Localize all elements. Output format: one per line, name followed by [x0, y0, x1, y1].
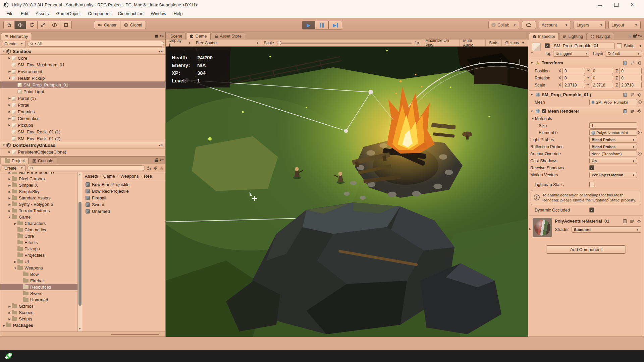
project-folder-item[interactable]: ▶Synty - Polygon S: [0, 201, 77, 207]
foldout-icon[interactable]: ▶: [7, 97, 12, 100]
asset-file-item[interactable]: Fireball: [82, 194, 165, 201]
stats-button[interactable]: Stats: [485, 40, 501, 46]
preset-icon[interactable]: [630, 61, 635, 65]
object-picker-icon[interactable]: [638, 152, 642, 156]
pause-button[interactable]: [315, 21, 329, 29]
gear-icon[interactable]: [637, 109, 642, 114]
static-checkbox[interactable]: [617, 43, 622, 48]
project-folder-item[interactable]: ▶Packages: [0, 322, 77, 328]
scale-slider[interactable]: [277, 43, 412, 44]
breadcrumb-item[interactable]: Assets: [85, 174, 98, 179]
mesh-object-field[interactable]: SM_Prop_Pumpkir: [589, 99, 642, 105]
foldout-icon[interactable]: ▶: [7, 150, 12, 154]
rotation-y-field[interactable]: 0: [591, 75, 613, 81]
object-name-field[interactable]: SM_Prop_Pumpkin_01: [552, 43, 615, 49]
foldout-icon[interactable]: ▼: [530, 110, 534, 113]
tab-project[interactable]: Project: [1, 157, 29, 164]
hierarchy-item[interactable]: ▶Portal (1): [0, 95, 165, 102]
project-folder-item[interactable]: ▶SimpleSky: [0, 188, 77, 195]
project-folder-item[interactable]: Resources: [0, 284, 77, 290]
tab-scene[interactable]: Scene: [167, 33, 186, 40]
shader-dropdown[interactable]: Standard▼: [572, 226, 641, 233]
aspect-dropdown[interactable]: Free Aspect▲▼: [193, 40, 261, 46]
project-folder-item[interactable]: Fireball: [0, 278, 77, 284]
project-folder-item[interactable]: ▶Scripts: [0, 316, 77, 322]
foldout-icon[interactable]: ▶: [7, 190, 12, 193]
foldout-icon[interactable]: ▶: [7, 311, 12, 314]
object-icon[interactable]: ▼: [530, 43, 543, 54]
project-folder-item[interactable]: ▶Terrain Textures: [0, 207, 77, 214]
thumbnail-size-slider[interactable]: [111, 334, 159, 335]
material-preview[interactable]: [533, 218, 552, 237]
scale-slider-knob[interactable]: [277, 41, 281, 45]
dynamic-occluded-checkbox[interactable]: ✓: [589, 207, 594, 213]
scale-tool-button[interactable]: [38, 21, 49, 29]
project-folder-item[interactable]: Pickups: [0, 246, 77, 252]
foldout-icon[interactable]: ▼: [2, 50, 6, 53]
maximize-on-play-button[interactable]: Maximize On Play: [422, 40, 459, 46]
foldout-icon[interactable]: ▶: [7, 123, 12, 127]
scene-menu-icon[interactable]: ▾≡: [158, 50, 163, 53]
position-y-field[interactable]: 0: [591, 68, 613, 74]
gear-icon[interactable]: [637, 93, 642, 97]
menu-component[interactable]: Component: [84, 9, 114, 18]
asset-file-item[interactable]: Sword: [82, 201, 165, 208]
foldout-icon[interactable]: ▼: [530, 93, 534, 97]
hierarchy-item[interactable]: SM_Env_Mushroom_01: [0, 61, 165, 68]
preset-icon[interactable]: [630, 219, 634, 224]
foldout-icon[interactable]: ▶: [7, 177, 12, 181]
menu-edit[interactable]: Edit: [17, 9, 32, 18]
menu-gameobject[interactable]: GameObject: [52, 9, 84, 18]
gizmos-dropdown-icon[interactable]: ▼: [522, 41, 525, 45]
rotation-z-field[interactable]: 0: [619, 75, 642, 81]
element0-object-field[interactable]: PolyAdventureMat: [589, 129, 642, 136]
hierarchy-item[interactable]: ▼Health Pickup: [0, 75, 165, 81]
menu-help[interactable]: Help: [170, 9, 186, 18]
gear-icon[interactable]: [637, 61, 642, 65]
position-x-field[interactable]: 0: [562, 68, 585, 74]
layer-dropdown[interactable]: Default▲▼: [605, 51, 642, 57]
project-folder-item[interactable]: ▶Pixel Cursors: [0, 176, 77, 182]
tab-hierarchy[interactable]: Hierarchy: [1, 33, 32, 40]
account-dropdown[interactable]: Account▼: [539, 21, 571, 29]
tab-console[interactable]: Console: [29, 157, 57, 164]
menu-assets[interactable]: Assets: [32, 9, 52, 18]
project-folder-item[interactable]: ▶Characters: [0, 220, 77, 227]
lock-icon[interactable]: [155, 158, 158, 162]
hierarchy-item[interactable]: ▶Environment: [0, 68, 165, 75]
foldout-icon[interactable]: ▶: [7, 103, 12, 107]
gizmos-button[interactable]: Gizmos▼: [501, 40, 528, 46]
panel-menu-icon[interactable]: ▾≡: [160, 34, 164, 38]
breadcrumb-item[interactable]: Game: [103, 174, 115, 179]
taskbar-app-icon[interactable]: [4, 352, 13, 361]
cast-shadows-dropdown[interactable]: On▲▼: [589, 158, 637, 164]
materials-size-field[interactable]: 1: [589, 122, 637, 129]
move-tool-button[interactable]: [15, 21, 26, 29]
tab-lighting[interactable]: Lighting: [559, 33, 587, 40]
project-folder-item[interactable]: Core: [0, 233, 77, 239]
search-by-label-icon[interactable]: [153, 166, 158, 171]
project-folder-item[interactable]: Unarmed: [0, 297, 77, 303]
project-folder-item[interactable]: Effects: [0, 239, 77, 246]
foldout-icon[interactable]: ▶: [7, 196, 12, 200]
cloud-button[interactable]: [522, 21, 536, 29]
hierarchy-item[interactable]: Point Light: [0, 88, 165, 95]
light-probes-dropdown[interactable]: Blend Probes▲▼: [589, 137, 637, 143]
rotation-x-field[interactable]: 0: [562, 75, 585, 81]
foldout-icon[interactable]: ▶: [13, 222, 17, 225]
scene-header-row[interactable]: ▼DontDestroyOnLoad▾≡: [0, 142, 165, 148]
foldout-icon[interactable]: ▶: [7, 203, 12, 206]
hierarchy-item[interactable]: SM_Prop_Pumpkin_01: [0, 81, 165, 88]
foldout-icon[interactable]: ▶: [7, 172, 12, 174]
scale-x-field[interactable]: 2.3718: [562, 82, 585, 88]
hierarchy-item[interactable]: SM_Env_Rock_01 (1): [0, 128, 165, 135]
close-button[interactable]: ×: [630, 3, 635, 7]
menu-window[interactable]: Window: [147, 9, 170, 18]
reference-icon[interactable]: ?: [623, 61, 628, 65]
panel-menu-icon[interactable]: ▾≡: [160, 158, 164, 162]
scene-header-row[interactable]: ▼Sandbox▾≡: [0, 48, 165, 55]
project-folder-item[interactable]: ▶UI: [0, 258, 77, 265]
lock-icon[interactable]: [155, 34, 158, 38]
menu-file[interactable]: File: [3, 9, 17, 18]
foldout-icon[interactable]: ▼: [13, 266, 17, 270]
